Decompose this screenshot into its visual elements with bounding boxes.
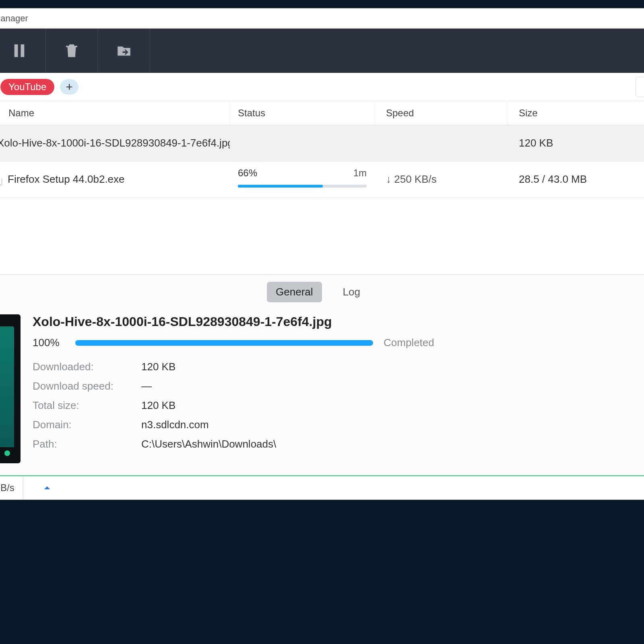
- meta-label-domain: Domain:: [33, 415, 133, 434]
- row-percent: 66%: [238, 167, 257, 179]
- meta-value-domain: n3.sdlcdn.com: [141, 415, 209, 434]
- detail-progress-bar: [75, 340, 373, 346]
- status-bar: B/s: [0, 475, 644, 500]
- row-filename: Firefox Setup 44.0b2.exe: [8, 173, 125, 186]
- download-row[interactable]: Xolo-Hive-8x-1000i-16-SDL928930849-1-7e6…: [0, 125, 644, 161]
- row-speed: ↓ 250 KB/s: [375, 173, 508, 186]
- row-status: 66% 1m: [238, 167, 375, 192]
- window-title: Manager: [0, 13, 28, 24]
- download-row[interactable]: Firefox Setup 44.0b2.exe 66% 1m ↓ 250 KB…: [0, 161, 644, 198]
- pause-icon: [11, 42, 28, 59]
- row-eta: 1m: [353, 167, 367, 179]
- svg-rect-0: [14, 44, 18, 57]
- footer-expand-button[interactable]: [23, 476, 71, 500]
- tab-general[interactable]: General: [267, 282, 322, 302]
- col-header-status[interactable]: Status: [230, 101, 375, 125]
- table-header: Name Status Speed Size: [0, 101, 644, 125]
- row-size: 120 KB: [508, 137, 628, 149]
- meta-value-speed: —: [141, 376, 152, 396]
- trash-icon: [63, 42, 80, 59]
- meta-value-path: C:\Users\Ashwin\Downloads\: [141, 434, 276, 454]
- download-manager-window: Manager YouTube + Name Status Speed Size: [0, 8, 644, 500]
- folder-arrow-icon: [116, 42, 132, 59]
- meta-label-downloaded: Downloaded:: [33, 357, 133, 376]
- search-input[interactable]: [636, 77, 644, 97]
- detail-state: Completed: [384, 336, 434, 349]
- tag-bar: YouTube +: [0, 73, 644, 101]
- meta-value-total: 120 KB: [141, 396, 175, 415]
- row-size: 28.5 / 43.0 MB: [508, 173, 628, 186]
- meta-label-total: Total size:: [33, 396, 133, 415]
- preview-thumbnail: [0, 314, 21, 463]
- add-tag-button[interactable]: +: [60, 79, 78, 95]
- tab-log[interactable]: Log: [334, 282, 369, 302]
- detail-filename: Xolo-Hive-8x-1000i-16-SDL928930849-1-7e6…: [33, 314, 632, 329]
- progress-bar: [238, 185, 367, 188]
- toolbar: [0, 29, 644, 73]
- row-filename: Xolo-Hive-8x-1000i-16-SDL928930849-1-7e6…: [0, 137, 230, 149]
- meta-label-path: Path:: [33, 434, 133, 454]
- detail-meta: Downloaded: 120 KB Download speed: — Tot…: [33, 357, 632, 454]
- svg-rect-1: [21, 44, 24, 57]
- open-folder-button[interactable]: [98, 29, 150, 73]
- footer-speed: B/s: [0, 476, 23, 500]
- delete-button[interactable]: [45, 29, 98, 73]
- col-header-speed[interactable]: Speed: [375, 101, 508, 125]
- detail-percent: 100%: [33, 336, 65, 349]
- col-header-name[interactable]: Name: [0, 101, 230, 125]
- meta-label-speed: Download speed:: [33, 376, 133, 396]
- detail-panel: General Log Xolo-Hive-8x-1000i-16-SDL928…: [0, 274, 644, 475]
- empty-area: [0, 198, 644, 274]
- col-header-size[interactable]: Size: [508, 101, 628, 125]
- chevron-up-icon: [43, 483, 52, 492]
- file-icon: [0, 174, 2, 185]
- titlebar[interactable]: Manager: [0, 8, 644, 29]
- tag-youtube[interactable]: YouTube: [0, 79, 54, 95]
- detail-tabs: General Log: [0, 282, 644, 302]
- meta-value-downloaded: 120 KB: [141, 357, 175, 376]
- pause-button[interactable]: [0, 29, 45, 73]
